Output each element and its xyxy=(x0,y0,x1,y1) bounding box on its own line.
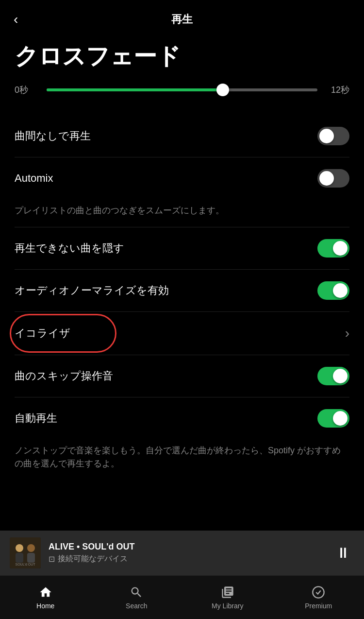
nav-item-search[interactable]: Search xyxy=(91,582,182,614)
setting-gapless-label: 曲間なしで再生 xyxy=(15,129,91,143)
toggle-hide-unplayable[interactable] xyxy=(317,239,349,258)
device-text: 接続可能なデバイス xyxy=(58,554,128,564)
search-icon xyxy=(130,585,143,599)
album-art-image: SOUL'd OUT xyxy=(10,537,41,568)
crossfade-slider[interactable] xyxy=(47,88,317,91)
setting-automix: Automix xyxy=(15,157,349,199)
setting-equalizer[interactable]: イコライザ › xyxy=(15,312,349,355)
svg-point-7 xyxy=(313,586,324,598)
setting-automix-label: Automix xyxy=(15,172,53,185)
track-info: ALIVE • SOUL'd OUT ⊡ 接続可能なデバイス xyxy=(49,542,324,564)
track-subtitle: ⊡ 接続可能なデバイス xyxy=(49,554,324,564)
svg-rect-5 xyxy=(27,553,35,563)
nav-label-search: Search xyxy=(126,602,147,610)
section-title: クロスフェード xyxy=(15,44,349,69)
slider-fill xyxy=(47,88,223,91)
setting-autoplay-label: 自動再生 xyxy=(15,411,57,426)
header: ‹ 再生 xyxy=(0,0,364,34)
setting-hide-unplayable-label: 再生できない曲を隠す xyxy=(15,241,124,256)
premium-icon xyxy=(312,585,325,599)
chevron-right-icon: › xyxy=(345,326,349,341)
slider-thumb xyxy=(216,84,229,96)
nav-item-home[interactable]: Home xyxy=(0,582,91,614)
back-button[interactable]: ‹ xyxy=(14,12,18,27)
setting-gapless: 曲間なしで再生 xyxy=(15,115,349,157)
device-icon: ⊡ xyxy=(49,554,55,564)
crossfade-slider-row: 0秒 12秒 xyxy=(15,84,349,96)
autoplay-description: ノンストップで音楽を楽しもう。自分で選んだ曲が終わったら、Spotify がおす… xyxy=(15,439,349,480)
toggle-skip-sound-knob xyxy=(333,369,347,383)
nav-label-premium: Premium xyxy=(305,602,332,610)
settings-content: クロスフェード 0秒 12秒 曲間なしで再生 Automix プレイリストの曲と… xyxy=(0,34,364,567)
svg-point-4 xyxy=(27,544,35,552)
slider-max-label: 12秒 xyxy=(325,84,349,96)
setting-autoplay-group: 自動再生 ノンストップで音楽を楽しもう。自分で選んだ曲が終わったら、Spotif… xyxy=(15,397,349,480)
setting-autoplay: 自動再生 xyxy=(15,397,349,439)
svg-text:SOUL'd OUT: SOUL'd OUT xyxy=(15,563,35,566)
nav-item-library[interactable]: My Library xyxy=(182,582,273,614)
setting-skip-sound: 曲のスキップ操作音 xyxy=(15,355,349,397)
now-playing-bar: SOUL'd OUT ALIVE • SOUL'd OUT ⊡ 接続可能なデバイ… xyxy=(0,531,364,575)
svg-point-2 xyxy=(16,544,23,552)
nav-label-home: Home xyxy=(36,602,54,610)
setting-audio-normalize: オーディオノーマライズを有効 xyxy=(15,270,349,312)
slider-track xyxy=(47,88,317,91)
toggle-audio-normalize-knob xyxy=(333,283,347,298)
toggle-automix[interactable] xyxy=(317,169,349,188)
toggle-autoplay[interactable] xyxy=(317,409,349,428)
album-art: SOUL'd OUT xyxy=(10,537,41,568)
track-title: ALIVE • SOUL'd OUT xyxy=(49,542,324,552)
slider-min-label: 0秒 xyxy=(15,84,39,96)
toggle-gapless-knob xyxy=(319,129,334,143)
library-icon xyxy=(221,585,234,599)
toggle-autoplay-knob xyxy=(333,411,347,426)
setting-hide-unplayable: 再生できない曲を隠す xyxy=(15,227,349,270)
automix-description: プレイリストの曲と曲のつなぎをスムーズにします。 xyxy=(15,199,349,227)
album-art-svg: SOUL'd OUT xyxy=(10,537,41,568)
setting-equalizer-label: イコライザ xyxy=(15,326,70,341)
page-title: 再生 xyxy=(171,12,193,27)
svg-rect-3 xyxy=(16,553,23,563)
nav-label-library: My Library xyxy=(212,602,243,610)
toggle-hide-unplayable-knob xyxy=(333,241,347,256)
setting-automix-group: Automix プレイリストの曲と曲のつなぎをスムーズにします。 xyxy=(15,157,349,227)
setting-skip-sound-label: 曲のスキップ操作音 xyxy=(15,369,113,383)
nav-item-premium[interactable]: Premium xyxy=(273,582,364,614)
pause-button[interactable]: ⏸ xyxy=(332,545,354,561)
toggle-skip-sound[interactable] xyxy=(317,367,349,385)
setting-audio-normalize-label: オーディオノーマライズを有効 xyxy=(15,283,169,298)
home-icon xyxy=(39,585,52,599)
toggle-audio-normalize[interactable] xyxy=(317,281,349,300)
bottom-nav: Home Search My Library Premium xyxy=(0,575,364,619)
toggle-automix-knob xyxy=(319,171,334,186)
toggle-gapless[interactable] xyxy=(317,127,349,145)
